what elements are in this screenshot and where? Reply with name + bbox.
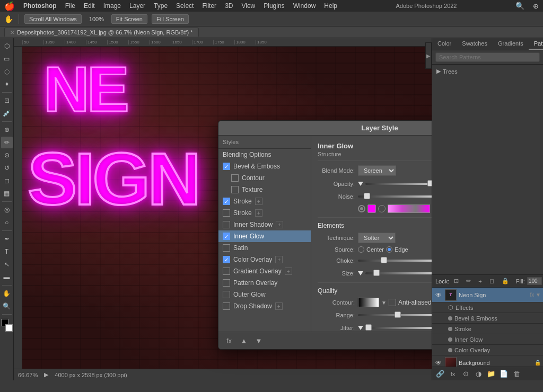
lasso-tool[interactable]: ◌ xyxy=(1,66,13,77)
jitter-thumb[interactable] xyxy=(365,324,372,331)
inner-shadow-checkbox[interactable] xyxy=(223,221,230,228)
source-edge-radio[interactable] xyxy=(386,246,392,253)
color-mode-circle[interactable] xyxy=(358,205,365,212)
noise-thumb[interactable] xyxy=(364,193,370,199)
technique-select[interactable]: Softer Precise xyxy=(358,233,396,243)
style-stroke-1[interactable]: ✓ Stroke + xyxy=(218,195,311,207)
drop-shadow-expand-icon[interactable]: + xyxy=(275,302,283,310)
fill-input[interactable] xyxy=(527,277,542,285)
new-group-button[interactable]: 📁 xyxy=(486,369,496,379)
zoom-tool[interactable]: 🔍 xyxy=(1,300,13,312)
lock-all-button[interactable]: 🔒 xyxy=(499,277,512,285)
shape-tool[interactable]: ▬ xyxy=(1,271,13,283)
contour-swatch[interactable] xyxy=(358,298,379,307)
menu-layer[interactable]: Layer xyxy=(129,2,145,10)
jitter-slider[interactable] xyxy=(365,327,432,329)
layer-sub-stroke[interactable]: Stroke xyxy=(432,324,543,334)
menu-type[interactable]: Type xyxy=(154,2,168,10)
anti-aliased-checkbox[interactable] xyxy=(389,299,396,306)
new-layer-button[interactable]: 📄 xyxy=(499,369,509,379)
outer-glow-checkbox[interactable] xyxy=(223,291,230,298)
search-icon[interactable]: 🔍 xyxy=(515,2,524,10)
inner-glow-checkbox[interactable]: ✓ xyxy=(223,233,230,240)
style-satin[interactable]: Satin xyxy=(218,242,311,254)
blur-tool[interactable]: ◎ xyxy=(1,204,13,216)
lock-artboard-button[interactable]: ◻ xyxy=(487,277,497,285)
move-tool[interactable]: ⬡ xyxy=(1,40,13,52)
texture-checkbox[interactable] xyxy=(231,186,239,193)
menu-view[interactable]: View xyxy=(241,2,255,10)
menu-window[interactable]: Window xyxy=(293,2,316,10)
contour-menu-arrow[interactable]: ▼ xyxy=(381,300,387,306)
layer-sub-color-overlay[interactable]: Color Overlay xyxy=(432,345,543,355)
tab-gradients[interactable]: Gradients xyxy=(493,38,529,50)
opacity-thumb[interactable] xyxy=(427,180,432,186)
opacity-slider[interactable] xyxy=(365,183,432,185)
inner-shadow-expand-icon[interactable]: + xyxy=(276,221,283,228)
document-tab[interactable]: ✕ Depositphotos_306174192_XL.jpg @ 66.7%… xyxy=(4,28,199,37)
delete-layer-button[interactable]: 🗑 xyxy=(512,369,521,379)
bevel-emboss-checkbox[interactable]: ✓ xyxy=(223,163,230,170)
lock-brush-button[interactable]: ✏ xyxy=(463,277,474,285)
choke-slider[interactable] xyxy=(358,260,432,262)
panel-search-input[interactable] xyxy=(435,52,540,62)
style-inner-shadow[interactable]: Inner Shadow + xyxy=(218,219,311,230)
type-tool[interactable]: T xyxy=(1,246,13,257)
menu-3d[interactable]: 3D xyxy=(225,2,233,10)
layer-item-background[interactable]: 👁 Background 🔒 xyxy=(432,355,543,367)
gradient-overlay-expand-icon[interactable]: + xyxy=(285,268,292,275)
marquee-tool[interactable]: ▭ xyxy=(1,53,13,65)
menu-plugins[interactable]: Plugins xyxy=(264,2,284,10)
menu-file[interactable]: File xyxy=(65,2,75,10)
panel-collapse-arrow[interactable]: ▶ xyxy=(425,42,432,69)
style-pattern-overlay[interactable]: Pattern Overlay xyxy=(218,277,311,289)
lock-transparent-button[interactable]: ⊡ xyxy=(451,277,461,285)
background-color[interactable] xyxy=(5,324,13,332)
tab-close-icon[interactable]: ✕ xyxy=(10,30,14,35)
menu-edit[interactable]: Edit xyxy=(84,2,95,10)
menu-select[interactable]: Select xyxy=(176,2,194,10)
menu-photoshop[interactable]: Photoshop xyxy=(23,2,57,10)
fill-screen-button[interactable]: Fill Screen xyxy=(152,14,189,24)
move-up-icon[interactable]: ▲ xyxy=(239,335,249,346)
adjustment-layer-button[interactable]: ◑ xyxy=(474,369,483,379)
magic-wand-tool[interactable]: ✦ xyxy=(1,78,13,90)
scroll-all-windows-button[interactable]: Scroll All Windows xyxy=(24,14,82,24)
gradient-swatch[interactable] xyxy=(388,204,430,213)
fx-icon[interactable]: fx xyxy=(224,335,234,346)
stroke-1-expand-icon[interactable]: + xyxy=(255,198,262,205)
lock-position-button[interactable]: + xyxy=(476,278,484,285)
history-brush-tool[interactable]: ↺ xyxy=(1,162,13,174)
color-swatches[interactable] xyxy=(1,319,13,332)
source-edge-option[interactable]: Edge xyxy=(386,246,408,253)
tab-swatches[interactable]: Swatches xyxy=(457,38,493,50)
healing-tool[interactable]: ⊕ xyxy=(1,124,13,136)
move-down-icon[interactable]: ▼ xyxy=(253,335,264,346)
clone-tool[interactable]: ⊙ xyxy=(1,149,13,161)
drop-shadow-checkbox[interactable] xyxy=(223,302,230,310)
glow-color-swatch[interactable] xyxy=(367,204,376,213)
layer-sub-inner-glow[interactable]: Inner Glow xyxy=(432,334,543,345)
layer-visibility-neon-sign[interactable]: 👁 xyxy=(434,291,443,299)
settings-icon[interactable]: ⊕ xyxy=(533,2,539,10)
style-inner-glow[interactable]: ✓ Inner Glow xyxy=(218,230,311,242)
style-stroke-2[interactable]: Stroke + xyxy=(218,207,311,219)
hand-tool[interactable]: ✋ xyxy=(1,288,13,299)
pattern-overlay-checkbox[interactable] xyxy=(223,279,230,287)
eraser-tool[interactable]: ◻ xyxy=(1,175,13,186)
apple-menu[interactable]: 🍎 xyxy=(4,1,15,11)
add-mask-button[interactable]: ⊙ xyxy=(461,369,470,379)
pattern-group-header[interactable]: ▶ Trees xyxy=(434,67,541,76)
style-bevel-emboss[interactable]: ✓ Bevel & Emboss xyxy=(218,161,311,172)
blending-options-item[interactable]: Blending Options xyxy=(218,149,311,161)
tab-color[interactable]: Color xyxy=(432,38,457,50)
menu-filter[interactable]: Filter xyxy=(202,2,216,10)
brush-tool[interactable]: ✏ xyxy=(1,137,13,148)
color-overlay-checkbox[interactable]: ✓ xyxy=(223,256,230,263)
size-thumb[interactable] xyxy=(373,270,380,276)
noise-slider[interactable] xyxy=(358,195,432,198)
gradient-tool[interactable]: ▦ xyxy=(1,188,13,199)
range-slider[interactable] xyxy=(358,314,432,316)
color-mode-circle-2[interactable] xyxy=(378,205,386,212)
source-center-option[interactable]: Center xyxy=(358,246,384,253)
